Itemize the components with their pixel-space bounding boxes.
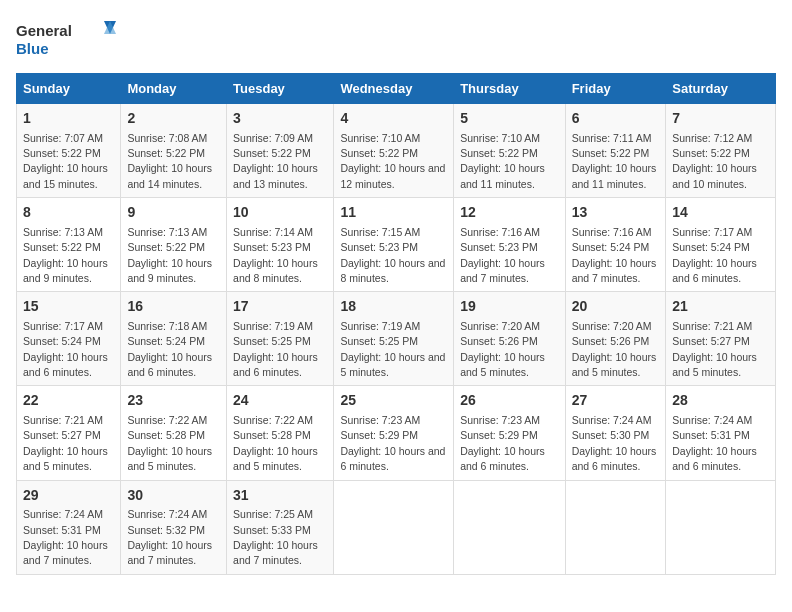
svg-text:Blue: Blue [16, 40, 49, 57]
day-number: 3 [233, 109, 327, 129]
calendar-table: SundayMondayTuesdayWednesdayThursdayFrid… [16, 73, 776, 575]
day-number: 15 [23, 297, 114, 317]
day-number: 19 [460, 297, 558, 317]
day-info: Sunrise: 7:11 AMSunset: 5:22 PMDaylight:… [572, 132, 657, 190]
header-row: SundayMondayTuesdayWednesdayThursdayFrid… [17, 74, 776, 104]
day-cell: 9Sunrise: 7:13 AMSunset: 5:22 PMDaylight… [121, 198, 227, 292]
day-cell: 31Sunrise: 7:25 AMSunset: 5:33 PMDayligh… [227, 480, 334, 574]
day-info: Sunrise: 7:24 AMSunset: 5:30 PMDaylight:… [572, 414, 657, 472]
day-cell: 6Sunrise: 7:11 AMSunset: 5:22 PMDaylight… [565, 104, 666, 198]
day-number: 28 [672, 391, 769, 411]
day-info: Sunrise: 7:07 AMSunset: 5:22 PMDaylight:… [23, 132, 108, 190]
day-info: Sunrise: 7:17 AMSunset: 5:24 PMDaylight:… [23, 320, 108, 378]
day-info: Sunrise: 7:13 AMSunset: 5:22 PMDaylight:… [23, 226, 108, 284]
day-number: 9 [127, 203, 220, 223]
day-info: Sunrise: 7:13 AMSunset: 5:22 PMDaylight:… [127, 226, 212, 284]
day-cell: 18Sunrise: 7:19 AMSunset: 5:25 PMDayligh… [334, 292, 454, 386]
day-number: 20 [572, 297, 660, 317]
week-row-3: 15Sunrise: 7:17 AMSunset: 5:24 PMDayligh… [17, 292, 776, 386]
day-cell: 17Sunrise: 7:19 AMSunset: 5:25 PMDayligh… [227, 292, 334, 386]
week-row-2: 8Sunrise: 7:13 AMSunset: 5:22 PMDaylight… [17, 198, 776, 292]
day-number: 1 [23, 109, 114, 129]
header-cell-wednesday: Wednesday [334, 74, 454, 104]
day-cell [454, 480, 565, 574]
day-number: 24 [233, 391, 327, 411]
day-cell: 26Sunrise: 7:23 AMSunset: 5:29 PMDayligh… [454, 386, 565, 480]
day-cell: 19Sunrise: 7:20 AMSunset: 5:26 PMDayligh… [454, 292, 565, 386]
day-cell [666, 480, 776, 574]
day-cell: 25Sunrise: 7:23 AMSunset: 5:29 PMDayligh… [334, 386, 454, 480]
day-info: Sunrise: 7:24 AMSunset: 5:32 PMDaylight:… [127, 508, 212, 566]
day-cell: 20Sunrise: 7:20 AMSunset: 5:26 PMDayligh… [565, 292, 666, 386]
logo-svg: General Blue [16, 16, 116, 61]
day-info: Sunrise: 7:21 AMSunset: 5:27 PMDaylight:… [23, 414, 108, 472]
day-cell: 3Sunrise: 7:09 AMSunset: 5:22 PMDaylight… [227, 104, 334, 198]
day-info: Sunrise: 7:12 AMSunset: 5:22 PMDaylight:… [672, 132, 757, 190]
day-number: 2 [127, 109, 220, 129]
header: General Blue [16, 16, 776, 61]
day-cell: 23Sunrise: 7:22 AMSunset: 5:28 PMDayligh… [121, 386, 227, 480]
header-cell-thursday: Thursday [454, 74, 565, 104]
day-info: Sunrise: 7:17 AMSunset: 5:24 PMDaylight:… [672, 226, 757, 284]
day-info: Sunrise: 7:20 AMSunset: 5:26 PMDaylight:… [572, 320, 657, 378]
day-number: 29 [23, 486, 114, 506]
day-number: 14 [672, 203, 769, 223]
header-cell-monday: Monday [121, 74, 227, 104]
day-cell: 4Sunrise: 7:10 AMSunset: 5:22 PMDaylight… [334, 104, 454, 198]
day-info: Sunrise: 7:23 AMSunset: 5:29 PMDaylight:… [460, 414, 545, 472]
day-info: Sunrise: 7:10 AMSunset: 5:22 PMDaylight:… [460, 132, 545, 190]
logo: General Blue [16, 16, 116, 61]
day-number: 18 [340, 297, 447, 317]
day-number: 8 [23, 203, 114, 223]
day-info: Sunrise: 7:19 AMSunset: 5:25 PMDaylight:… [340, 320, 445, 378]
header-cell-sunday: Sunday [17, 74, 121, 104]
day-cell: 27Sunrise: 7:24 AMSunset: 5:30 PMDayligh… [565, 386, 666, 480]
day-cell: 10Sunrise: 7:14 AMSunset: 5:23 PMDayligh… [227, 198, 334, 292]
day-info: Sunrise: 7:24 AMSunset: 5:31 PMDaylight:… [23, 508, 108, 566]
day-info: Sunrise: 7:09 AMSunset: 5:22 PMDaylight:… [233, 132, 318, 190]
day-cell: 30Sunrise: 7:24 AMSunset: 5:32 PMDayligh… [121, 480, 227, 574]
day-cell: 1Sunrise: 7:07 AMSunset: 5:22 PMDaylight… [17, 104, 121, 198]
day-cell [565, 480, 666, 574]
day-number: 30 [127, 486, 220, 506]
day-info: Sunrise: 7:22 AMSunset: 5:28 PMDaylight:… [127, 414, 212, 472]
day-info: Sunrise: 7:25 AMSunset: 5:33 PMDaylight:… [233, 508, 318, 566]
day-number: 4 [340, 109, 447, 129]
day-number: 27 [572, 391, 660, 411]
day-number: 31 [233, 486, 327, 506]
day-cell: 21Sunrise: 7:21 AMSunset: 5:27 PMDayligh… [666, 292, 776, 386]
day-info: Sunrise: 7:21 AMSunset: 5:27 PMDaylight:… [672, 320, 757, 378]
day-info: Sunrise: 7:20 AMSunset: 5:26 PMDaylight:… [460, 320, 545, 378]
day-number: 12 [460, 203, 558, 223]
day-number: 26 [460, 391, 558, 411]
day-number: 11 [340, 203, 447, 223]
day-number: 17 [233, 297, 327, 317]
day-number: 5 [460, 109, 558, 129]
day-cell: 22Sunrise: 7:21 AMSunset: 5:27 PMDayligh… [17, 386, 121, 480]
day-info: Sunrise: 7:15 AMSunset: 5:23 PMDaylight:… [340, 226, 445, 284]
day-info: Sunrise: 7:08 AMSunset: 5:22 PMDaylight:… [127, 132, 212, 190]
week-row-4: 22Sunrise: 7:21 AMSunset: 5:27 PMDayligh… [17, 386, 776, 480]
header-cell-tuesday: Tuesday [227, 74, 334, 104]
day-info: Sunrise: 7:24 AMSunset: 5:31 PMDaylight:… [672, 414, 757, 472]
day-cell: 15Sunrise: 7:17 AMSunset: 5:24 PMDayligh… [17, 292, 121, 386]
day-cell: 16Sunrise: 7:18 AMSunset: 5:24 PMDayligh… [121, 292, 227, 386]
day-number: 16 [127, 297, 220, 317]
week-row-1: 1Sunrise: 7:07 AMSunset: 5:22 PMDaylight… [17, 104, 776, 198]
day-number: 6 [572, 109, 660, 129]
day-number: 23 [127, 391, 220, 411]
day-cell: 12Sunrise: 7:16 AMSunset: 5:23 PMDayligh… [454, 198, 565, 292]
day-info: Sunrise: 7:10 AMSunset: 5:22 PMDaylight:… [340, 132, 445, 190]
day-info: Sunrise: 7:22 AMSunset: 5:28 PMDaylight:… [233, 414, 318, 472]
header-cell-saturday: Saturday [666, 74, 776, 104]
day-info: Sunrise: 7:19 AMSunset: 5:25 PMDaylight:… [233, 320, 318, 378]
day-number: 10 [233, 203, 327, 223]
day-number: 22 [23, 391, 114, 411]
day-number: 21 [672, 297, 769, 317]
day-info: Sunrise: 7:18 AMSunset: 5:24 PMDaylight:… [127, 320, 212, 378]
day-cell: 14Sunrise: 7:17 AMSunset: 5:24 PMDayligh… [666, 198, 776, 292]
day-info: Sunrise: 7:14 AMSunset: 5:23 PMDaylight:… [233, 226, 318, 284]
day-cell: 11Sunrise: 7:15 AMSunset: 5:23 PMDayligh… [334, 198, 454, 292]
day-number: 7 [672, 109, 769, 129]
day-info: Sunrise: 7:16 AMSunset: 5:24 PMDaylight:… [572, 226, 657, 284]
